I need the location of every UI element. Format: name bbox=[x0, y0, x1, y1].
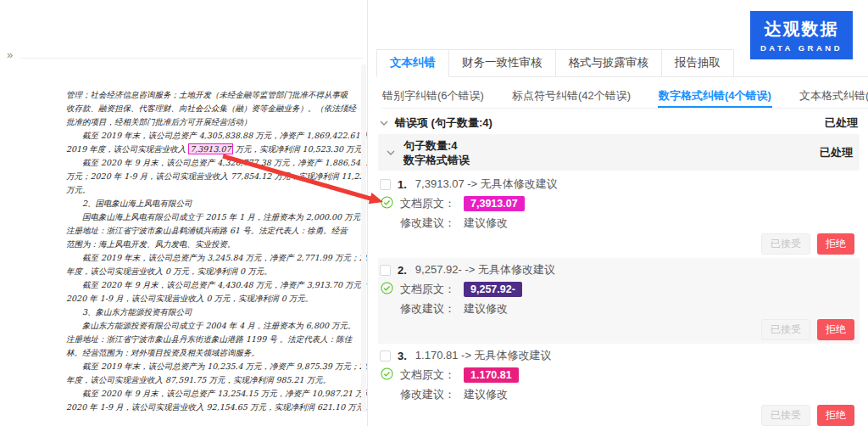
document-line: 截至 2019 年末，该公司总资产 4,305,838.88 万元，净资产 1,… bbox=[66, 129, 368, 143]
sub-tab-active[interactable]: 数字格式纠错(4个错误) bbox=[658, 81, 772, 108]
tab-item[interactable]: 财务一致性审核 bbox=[448, 49, 556, 76]
error-item: 1. 7,3913.07 -> 无具体修改建议 文档原文： 7,3913.07 … bbox=[378, 172, 860, 258]
document-line: 注册地址：浙江省宁波市象山县丹东街道象山港路 1199 号 。法定代表人：陈佳 bbox=[66, 333, 368, 346]
original-label: 文档原文： bbox=[400, 282, 455, 297]
item-title: 7,3913.07 -> 无具体修改建议 bbox=[415, 177, 558, 192]
check-circle-icon bbox=[381, 196, 393, 209]
item-number: 3. bbox=[398, 350, 407, 362]
collapse-pane-icon[interactable]: » bbox=[7, 48, 13, 61]
suggestion-label: 修改建议： bbox=[400, 387, 455, 402]
document-line: 象山东方能源投资有限公司成立于 2004 年 4 月，注册资本为 6,800 万… bbox=[66, 319, 368, 333]
logo-cn-text: 达观数据 bbox=[765, 18, 839, 41]
original-label: 文档原文： bbox=[400, 367, 455, 383]
document-line: 截至 2019 年末，该公司总资产为 3,245.84 万元，净资产 2,771… bbox=[66, 251, 368, 265]
accepted-button[interactable]: 已接受 bbox=[761, 233, 810, 255]
error-group-header[interactable]: 句子数量:4 数字格式错误 已处理 bbox=[378, 134, 860, 171]
chevron-down-icon[interactable] bbox=[387, 149, 395, 157]
suggestion-value: 建议修改 bbox=[464, 301, 508, 317]
sub-tab-item[interactable]: 文本格式纠错(7个错误) bbox=[798, 81, 868, 108]
error-section-header[interactable]: 错误项 (句子数量:4) 已处理 bbox=[380, 114, 858, 132]
document-line: 批准的项目，经相关部门批准后方可开展经营活动） bbox=[66, 115, 368, 129]
document-line: 万元；2020 年 1-9 月，该公司实现营业收入 77,854.12 万元，实… bbox=[66, 170, 368, 183]
pane-divider bbox=[20, 58, 364, 59]
document-line: 截至 2020 年 9 月末，该公司总资产 4,430.48 万元，净资产 3,… bbox=[66, 278, 368, 292]
logo-en-text: DATA GRAND bbox=[760, 43, 843, 53]
document-pane: » 管理；社会经济信息咨询服务；土地开发（未经金融等监管部门批准不得从事吸收存款… bbox=[0, 0, 367, 426]
original-text-chip: 1.170.81 bbox=[464, 367, 519, 383]
document-line: 国电象山海上风电有限公司成立于 2015 年 1 月，注册资本为 2,000.0… bbox=[66, 210, 368, 224]
error-item-list: 1. 7,3913.07 -> 无具体修改建议 文档原文： 7,3913.07 … bbox=[378, 172, 860, 426]
group-title: 句子数量:4 数字格式错误 bbox=[403, 138, 470, 167]
accepted-button[interactable]: 已接受 bbox=[761, 405, 810, 426]
document-line: 注册地址：浙江省宁波市象山县鹤浦镇兴南路 61 号。法定代表人：徐勇。经营 bbox=[66, 224, 368, 238]
original-label: 文档原文： bbox=[400, 196, 455, 211]
review-panel: 文本纠错财务一致性审核格式与披露审核报告抽取 错别字纠错(6个错误)标点符号纠错… bbox=[367, 0, 868, 426]
item-title: 9,257.92- -> 无具体修改建议 bbox=[415, 262, 555, 277]
tab-item[interactable]: 格式与披露审核 bbox=[555, 49, 663, 76]
document-line: 林。经营范围为：对外项目投资及相关领域咨询服务。 bbox=[66, 346, 368, 360]
check-circle-icon bbox=[381, 282, 393, 294]
suggestion-label: 修改建议： bbox=[400, 216, 455, 231]
tab-active[interactable]: 文本纠错 bbox=[376, 49, 449, 77]
section-title: 错误项 (句子数量:4) bbox=[395, 115, 492, 131]
item-title: 1.170.81 -> 无具体修改建议 bbox=[415, 348, 552, 363]
document-line: 收存款、融资担保、代客理财、向社会公众集（融）资等金融业务）。（依法须经 bbox=[66, 102, 368, 115]
document-line: 截至 2020 年 9 月末，该公司总资产 13,254.15 万元，净资产 1… bbox=[66, 387, 368, 401]
section-status: 已处理 bbox=[825, 115, 858, 131]
tab-item[interactable]: 报告抽取 bbox=[661, 49, 734, 76]
group-error-type: 数字格式错误 bbox=[403, 153, 470, 167]
document-line: 截至 2020 年 9 月末，该公司总资产 4,326,777.38 万元，净资… bbox=[66, 156, 368, 170]
document-line: 年度，该公司实现营业收入 87,591.75 万元，实现净利润 985.21 万… bbox=[66, 373, 368, 387]
item-checkbox[interactable] bbox=[380, 179, 391, 190]
logo: 达观数据 DATA GRAND bbox=[750, 11, 853, 59]
document-text: 管理；社会经济信息咨询服务；土地开发（未经金融等监管部门批准不得从事吸收存款、融… bbox=[66, 88, 368, 414]
group-sentence-count: 句子数量:4 bbox=[403, 138, 470, 153]
error-item: 3. 1.170.81 -> 无具体修改建议 文档原文： 1.170.81 修改… bbox=[378, 344, 860, 426]
suggestion-value: 建议修改 bbox=[464, 216, 508, 231]
document-line: 3、象山东方能源投资有限公司 bbox=[66, 305, 368, 319]
item-checkbox[interactable] bbox=[380, 350, 391, 362]
document-line: 截至 2019 年末，该公司总资产为 10,235.4 万元，净资产 9,875… bbox=[66, 360, 368, 373]
item-number: 1. bbox=[398, 178, 407, 191]
document-line: 2、国电象山海上风电有限公司 bbox=[66, 197, 368, 210]
document-line: 管理；社会经济信息咨询服务；土地开发（未经金融等监管部门批准不得从事吸 bbox=[66, 88, 368, 102]
sub-tab-item[interactable]: 标点符号纠错(42个错误) bbox=[511, 81, 632, 108]
document-highlight[interactable]: 7,3913.07 bbox=[188, 143, 232, 154]
document-line: 万元。 bbox=[66, 183, 368, 197]
sub-tab-item[interactable]: 错别字纠错(6个错误) bbox=[381, 81, 485, 108]
document-line: 范围为：海上风电开发、风力发电、实业投资。 bbox=[66, 238, 368, 251]
reject-button[interactable]: 拒绝 bbox=[817, 319, 854, 340]
document-line: 2020 年 1-9 月，该公司实现营业收入 92,154.65 万元，实现净利… bbox=[66, 401, 368, 414]
suggestion-value: 建议修改 bbox=[464, 387, 508, 402]
document-scrollbar[interactable] bbox=[361, 64, 366, 412]
group-status: 已处理 bbox=[820, 145, 853, 160]
reject-button[interactable]: 拒绝 bbox=[817, 405, 854, 426]
sub-tabs: 错别字纠错(6个错误)标点符号纠错(42个错误)数字格式纠错(4个错误)文本格式… bbox=[381, 81, 868, 109]
suggestion-label: 修改建议： bbox=[400, 301, 455, 317]
document-line: 2020 年 1-9 月，该公司实现营业收入 0 万元，实现净利润 0 万元。 bbox=[66, 292, 368, 305]
original-text-chip: 9,257.92- bbox=[464, 282, 522, 297]
document-line: 年度，该公司实现营业收入 0 万元，实现净利润 0 万元。 bbox=[66, 265, 368, 278]
document-line: 2019 年度，该公司实现营业收入 7,3913.07 万元，实现净利润 10,… bbox=[66, 143, 368, 156]
error-item: 2. 9,257.92- -> 无具体修改建议 文档原文： 9,257.92- … bbox=[378, 258, 860, 344]
item-number: 2. bbox=[398, 264, 407, 277]
original-text-chip: 7,3913.07 bbox=[464, 196, 525, 211]
item-checkbox[interactable] bbox=[380, 265, 391, 276]
accepted-button[interactable]: 已接受 bbox=[761, 319, 810, 340]
check-circle-icon bbox=[381, 367, 393, 380]
chevron-down-icon[interactable] bbox=[380, 119, 388, 127]
reject-button[interactable]: 拒绝 bbox=[817, 233, 854, 255]
